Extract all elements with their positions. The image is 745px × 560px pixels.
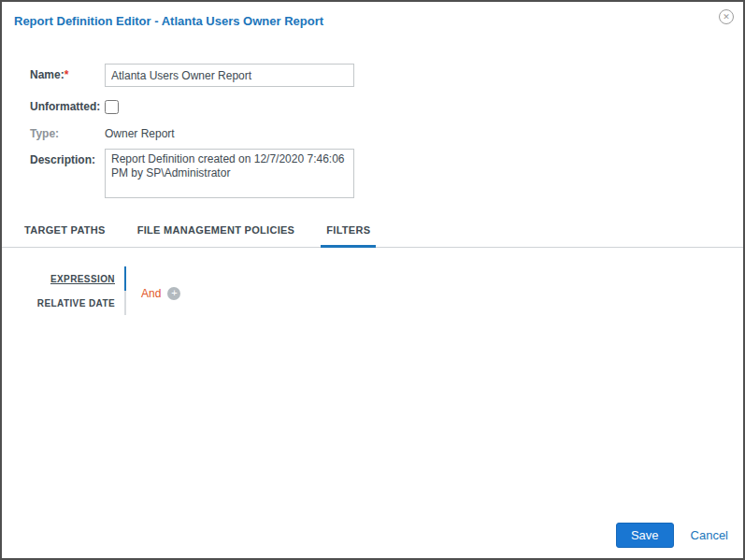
required-asterisk: * <box>64 68 69 81</box>
dialog-header: Report Definition Editor - Atlanta Users… <box>2 2 743 28</box>
tab-file-management-policies[interactable]: FILE MANAGEMENT POLICIES <box>132 219 301 247</box>
name-label-text: Name: <box>30 68 64 81</box>
cancel-link[interactable]: Cancel <box>691 528 728 542</box>
type-row: Type: Owner Report <box>30 122 743 140</box>
filters-panel: EXPRESSION RELATIVE DATE And + <box>2 266 743 315</box>
description-label: Description: <box>30 149 105 166</box>
unformatted-checkbox[interactable] <box>105 100 119 114</box>
report-definition-editor-dialog: Report Definition Editor - Atlanta Users… <box>0 0 745 560</box>
tab-target-paths[interactable]: TARGET PATHS <box>19 219 111 247</box>
unformatted-row: Unformatted: <box>30 95 743 114</box>
expression-pane: And + <box>126 266 180 315</box>
unformatted-label: Unformatted: <box>30 95 105 113</box>
name-row: Name:* <box>30 64 743 87</box>
dialog-footer: Save Cancel <box>616 523 728 548</box>
add-condition-icon[interactable]: + <box>167 287 180 300</box>
tab-filters[interactable]: FILTERS <box>321 219 376 248</box>
dialog-title: Report Definition Editor - Atlanta Users… <box>14 14 730 28</box>
subtab-relative-date[interactable]: RELATIVE DATE <box>2 291 126 315</box>
description-textarea[interactable]: Report Definition created on 12/7/2020 7… <box>105 149 354 198</box>
type-value: Owner Report <box>105 122 175 140</box>
name-input[interactable] <box>105 64 354 87</box>
description-row: Description: Report Definition created o… <box>30 149 743 198</box>
subtab-expression[interactable]: EXPRESSION <box>2 266 126 291</box>
type-label: Type: <box>30 122 105 140</box>
close-icon[interactable]: ✕ <box>719 9 734 24</box>
filters-subnav: EXPRESSION RELATIVE DATE <box>2 266 126 315</box>
report-definition-form: Name:* Unformatted: Type: Owner Report D… <box>2 28 743 198</box>
tabs-bar: TARGET PATHS FILE MANAGEMENT POLICIES FI… <box>2 219 743 248</box>
expression-operator[interactable]: And <box>141 287 161 300</box>
save-button[interactable]: Save <box>616 523 674 548</box>
name-label: Name:* <box>30 64 105 81</box>
